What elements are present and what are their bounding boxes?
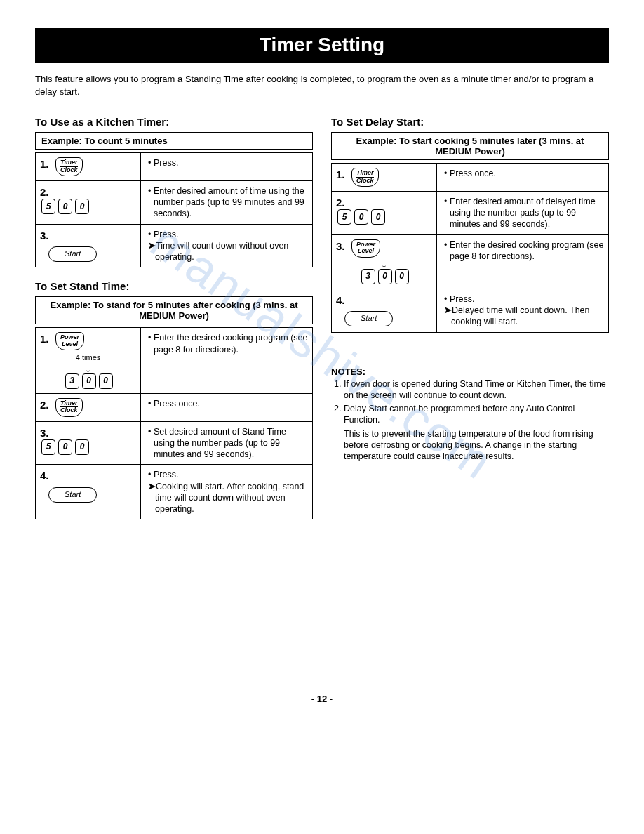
intro-paragraph: This feature allows you to program a Sta… <box>35 73 609 98</box>
timer-clock-button: Timer Clock <box>55 398 83 417</box>
step-number: 1. <box>40 332 49 346</box>
table-row: 3. Start • Press. ➤Time will count down … <box>36 224 313 267</box>
table-stand-time: 1. Power Level 4 times ↓ 3 0 0 <box>35 327 313 519</box>
step-desc: • Set desired amount of Stand Time using… <box>145 426 308 461</box>
table-row: 1. Timer Clock • Press once. <box>332 164 609 192</box>
table-row: 2. 5 0 0 • Enter desired amount of delay… <box>332 191 609 234</box>
step-number: 2. <box>336 196 345 210</box>
note-item: If oven door is opened during Stand Time… <box>344 378 609 402</box>
numpad: 3 0 0 <box>361 269 409 284</box>
notes-list: If oven door is opened during Stand Time… <box>331 378 609 426</box>
step-desc: • Enter the desired cooking program (see… <box>145 332 308 355</box>
table-row: 4. Start • Press. ➤Cooking will start. A… <box>36 465 313 519</box>
num-key: 3 <box>361 269 375 284</box>
example-kitchen-timer: Example: To count 5 minutes <box>35 132 313 150</box>
step-desc-arrow: ➤Delayed time will count down. Then cook… <box>441 305 604 328</box>
step-number: 1. <box>336 168 345 182</box>
page-number: - 12 - <box>35 694 609 704</box>
num-key: 0 <box>58 199 72 214</box>
numpad: 5 0 0 <box>41 199 89 214</box>
example-delay-start: Example: To start cooking 5 minutes late… <box>331 132 609 160</box>
step-number: 4. <box>336 293 345 307</box>
step-number: 2. <box>40 185 49 199</box>
num-key: 5 <box>41 199 55 214</box>
notes-title: NOTES: <box>331 366 609 377</box>
step-number: 4. <box>40 469 49 483</box>
table-row: 3. Power Level ↓ 3 0 0 • <box>332 234 609 289</box>
step-desc: • Press. <box>441 293 604 305</box>
step-desc: • Enter desired amount of time using the… <box>145 185 308 220</box>
num-key: 0 <box>75 199 89 214</box>
table-row: 1. Power Level 4 times ↓ 3 0 0 <box>36 328 313 393</box>
table-row: 3. 5 0 0 • Set desired amount of Stand T… <box>36 421 313 465</box>
left-column: To Use as a Kitchen Timer: Example: To c… <box>35 110 313 532</box>
step-number: 2. <box>40 398 49 412</box>
step-desc: • Press. <box>145 469 308 480</box>
step-desc-arrow: ➤Time will count down without oven opera… <box>145 240 308 263</box>
step-desc: • Enter desired amount of delayed time u… <box>441 196 604 230</box>
numpad: 5 0 0 <box>337 209 385 225</box>
timer-clock-button: Timer Clock <box>55 157 83 176</box>
arrow-down-icon: ↓ <box>381 261 387 266</box>
right-column: To Set Delay Start: Example: To start co… <box>331 110 609 532</box>
power-level-button: Power Level <box>55 332 84 350</box>
example-stand-time: Example: To stand for 5 minutes after co… <box>35 296 313 324</box>
step-number: 3. <box>40 426 49 440</box>
start-button: Start <box>48 246 97 262</box>
num-key: 0 <box>99 373 113 389</box>
step-number: 3. <box>40 229 49 243</box>
step-desc: • Press. <box>145 229 308 240</box>
num-key: 5 <box>41 439 55 455</box>
section-kitchen-timer-title: To Use as a Kitchen Timer: <box>35 116 313 128</box>
table-row: 4. Start • Press. ➤Delayed time will cou… <box>332 289 609 332</box>
step-number: 3. <box>336 239 345 253</box>
num-key: 0 <box>371 209 385 225</box>
num-key: 0 <box>378 269 392 284</box>
num-key: 0 <box>395 269 409 284</box>
step-number: 1. <box>40 157 49 171</box>
section-delay-start-title: To Set Delay Start: <box>331 116 609 128</box>
step-desc-arrow: ➤Cooking will start. After cooking, stan… <box>145 481 308 515</box>
step-desc: • Enter the desired cooking program (see… <box>441 239 604 263</box>
step-desc: • Press once. <box>145 398 308 409</box>
step-desc: • Press. <box>145 157 308 168</box>
step-desc: • Press once. <box>441 168 604 179</box>
table-row: 2. Timer Clock • Press once. <box>36 393 313 421</box>
num-key: 5 <box>337 209 351 225</box>
numpad: 3 0 0 <box>65 373 113 389</box>
start-button: Start <box>344 311 393 326</box>
num-key: 0 <box>354 209 368 225</box>
num-key: 3 <box>65 373 79 389</box>
page-title: Timer Setting <box>35 28 609 63</box>
numpad: 5 0 0 <box>41 439 89 455</box>
timer-clock-button: Timer Clock <box>351 168 379 187</box>
note-item: Delay Start cannot be programmed before … <box>344 403 609 426</box>
notes-extra: This is to prevent the starting temperat… <box>344 428 609 463</box>
table-row: 2. 5 0 0 • Enter desired amount of time … <box>36 180 313 224</box>
table-kitchen-timer: 1. Timer Clock • Press. 2. 5 0 0 <box>35 152 313 267</box>
num-key: 0 <box>75 439 89 455</box>
section-stand-time-title: To Set Stand Time: <box>35 280 313 292</box>
num-key: 0 <box>58 439 72 455</box>
num-key: 0 <box>82 373 96 389</box>
table-delay-start: 1. Timer Clock • Press once. 2. 5 0 0 <box>331 163 609 332</box>
arrow-down-icon: ↓ <box>85 366 91 371</box>
start-button: Start <box>48 487 97 503</box>
table-row: 1. Timer Clock • Press. <box>36 153 313 181</box>
power-level-button: Power Level <box>351 239 380 258</box>
